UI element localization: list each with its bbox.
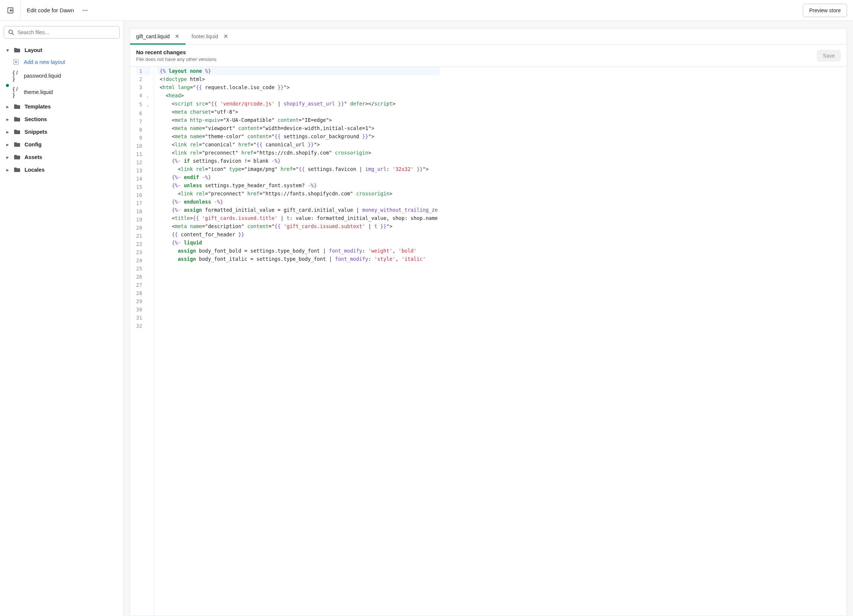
add-layout-label: Add a new layout: [24, 59, 65, 65]
add-layout-link[interactable]: Add a new layout: [4, 56, 120, 68]
line-gutter: 1 2 3 4 ⌄5 ⌄6 7 8 9 10 11 12 13 14 15 16…: [130, 67, 154, 616]
search-input[interactable]: [17, 29, 115, 35]
chevron-right-icon: ▸: [5, 154, 10, 160]
close-icon[interactable]: ✕: [223, 33, 228, 40]
folder-label: Sections: [24, 116, 47, 122]
svg-point-2: [84, 10, 85, 11]
tabs: gift_card.liquid ✕ footer.liquid ✕: [130, 29, 847, 45]
exit-icon: [7, 7, 14, 14]
chevron-right-icon: ▸: [5, 167, 10, 173]
main: ▾ Layout Add a new layout { / } password…: [0, 21, 853, 616]
folder-label: Templates: [24, 104, 51, 110]
status-subtitle: File does not have any other versions: [136, 56, 216, 62]
folder-locales[interactable]: ▸ Locales: [4, 163, 120, 176]
folder-assets[interactable]: ▸ Assets: [4, 151, 120, 163]
add-icon: [13, 59, 20, 65]
back-button[interactable]: [0, 0, 21, 21]
chevron-right-icon: ▸: [5, 104, 10, 110]
chevron-down-icon: ▾: [5, 47, 10, 53]
status-text: No recent changes File does not have any…: [136, 49, 216, 62]
tab-label: footer.liquid: [191, 33, 218, 39]
folder-icon: [14, 141, 21, 148]
liquid-file-icon: { / }: [13, 86, 20, 98]
folder-label: Locales: [24, 167, 45, 173]
tab-label: gift_card.liquid: [136, 33, 170, 39]
status-title: No recent changes: [136, 49, 216, 55]
chevron-right-icon: ▸: [5, 116, 10, 122]
folder-label: Layout: [24, 47, 42, 53]
status-bar: No recent changes File does not have any…: [130, 45, 847, 67]
tab-footer[interactable]: footer.liquid ✕: [185, 29, 234, 44]
search-icon: [8, 29, 15, 36]
folder-label: Snippets: [24, 129, 47, 135]
chevron-right-icon: ▸: [5, 142, 10, 147]
folder-icon: [14, 115, 21, 123]
chevron-right-icon: ▸: [5, 129, 10, 135]
liquid-file-icon: { / }: [13, 70, 20, 82]
file-label: password.liquid: [24, 73, 61, 79]
file-theme-liquid[interactable]: { / } theme.liquid: [4, 84, 120, 100]
sidebar: ▾ Layout Add a new layout { / } password…: [0, 21, 124, 616]
search-wrap[interactable]: [4, 26, 120, 39]
header-left: Edit code for Dawn: [0, 0, 90, 21]
folder-templates[interactable]: ▸ Templates: [4, 100, 120, 113]
dots-icon: [82, 8, 88, 14]
tab-gift-card[interactable]: gift_card.liquid ✕: [130, 29, 185, 44]
page-title: Edit code for Dawn: [27, 7, 74, 14]
folder-snippets[interactable]: ▸ Snippets: [4, 126, 120, 138]
folder-label: Config: [24, 142, 42, 147]
svg-point-1: [82, 10, 83, 11]
folder-icon: [14, 47, 21, 54]
content: gift_card.liquid ✕ footer.liquid ✕ No re…: [124, 21, 853, 616]
save-button[interactable]: Save: [817, 50, 841, 62]
folder-icon: [14, 103, 21, 110]
more-button[interactable]: [80, 5, 90, 16]
folder-icon: [14, 128, 21, 136]
folder-config[interactable]: ▸ Config: [4, 138, 120, 151]
unsaved-dot-icon: [6, 84, 9, 87]
folder-icon: [14, 153, 21, 161]
code-editor[interactable]: 1 2 3 4 ⌄5 ⌄6 7 8 9 10 11 12 13 14 15 16…: [130, 67, 847, 616]
code-content[interactable]: {% layout none %}<!doctype html><html la…: [154, 67, 443, 616]
editor-panel: gift_card.liquid ✕ footer.liquid ✕ No re…: [130, 28, 847, 616]
preview-store-button[interactable]: Preview store: [803, 4, 847, 17]
svg-point-3: [86, 10, 87, 11]
header: Edit code for Dawn Preview store: [0, 0, 853, 21]
folder-icon: [14, 166, 21, 174]
file-label: theme.liquid: [24, 89, 53, 95]
folder-label: Assets: [24, 154, 42, 160]
file-password-liquid[interactable]: { / } password.liquid: [4, 68, 120, 84]
folder-layout[interactable]: ▾ Layout: [4, 44, 120, 56]
folder-sections[interactable]: ▸ Sections: [4, 113, 120, 126]
close-icon[interactable]: ✕: [175, 33, 180, 40]
